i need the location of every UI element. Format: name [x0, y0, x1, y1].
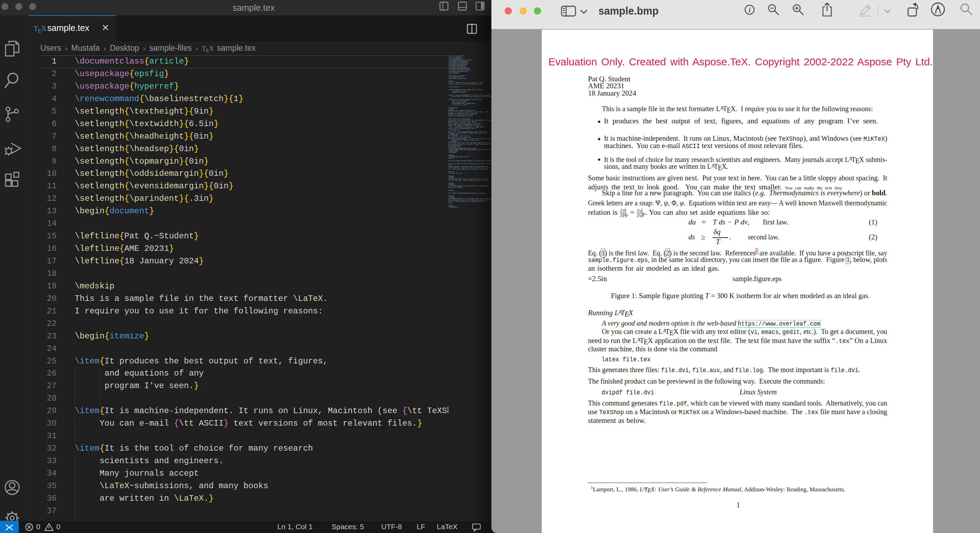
svg-text:i: i	[749, 6, 751, 14]
